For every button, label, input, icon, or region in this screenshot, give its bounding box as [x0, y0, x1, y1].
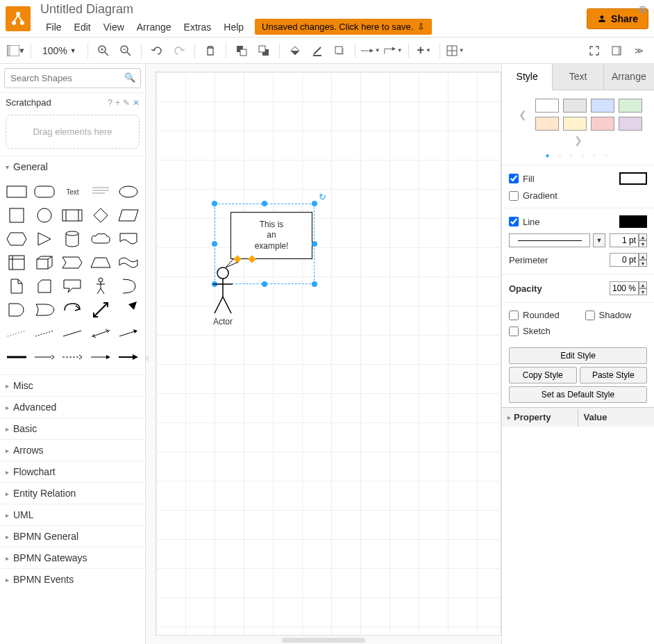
- shape-step[interactable]: [60, 252, 85, 273]
- line-width-down[interactable]: ▼: [639, 240, 647, 247]
- tab-text[interactable]: Text: [552, 64, 603, 90]
- fullscreen-button[interactable]: [585, 41, 604, 60]
- resize-handle-w[interactable]: [212, 241, 217, 247]
- shape-ellipse[interactable]: [116, 181, 141, 202]
- category-arrows[interactable]: Arrows: [0, 439, 145, 461]
- redo-button[interactable]: [169, 41, 189, 60]
- category-basic[interactable]: Basic: [0, 418, 145, 439]
- category-general[interactable]: General: [0, 156, 145, 177]
- swatch-7[interactable]: [591, 117, 614, 131]
- to-back-button[interactable]: [254, 41, 274, 60]
- shape-arrow-thick[interactable]: [116, 299, 141, 320]
- swatch-5[interactable]: [535, 117, 559, 131]
- resize-handle-s[interactable]: [262, 281, 267, 287]
- menu-help[interactable]: Help: [218, 19, 249, 35]
- line-style-dropdown[interactable]: [509, 233, 590, 247]
- resize-handle-e[interactable]: [312, 241, 317, 247]
- collapse-button[interactable]: ≫: [629, 41, 648, 60]
- view-mode-button[interactable]: ▾: [6, 41, 25, 60]
- default-style-button[interactable]: Set as Default Style: [509, 386, 647, 403]
- shape-cube[interactable]: [32, 252, 57, 273]
- shape-rounded-rect[interactable]: [32, 181, 57, 202]
- fill-checkbox[interactable]: [509, 174, 519, 183]
- category-advanced[interactable]: Advanced: [0, 396, 145, 418]
- shape-connector-bi[interactable]: [88, 323, 113, 344]
- shape-triangle[interactable]: [32, 229, 57, 249]
- zoom-out-button[interactable]: [116, 41, 135, 60]
- swatch-3[interactable]: [591, 99, 614, 113]
- canvas-actor-shape[interactable]: [210, 259, 238, 319]
- shape-trapezoid[interactable]: [88, 252, 113, 273]
- zoom-dropdown[interactable]: 100%▼: [37, 42, 82, 59]
- shape-or[interactable]: [32, 299, 57, 320]
- shape-line-dotted[interactable]: [32, 323, 57, 344]
- category-misc[interactable]: Misc: [0, 374, 145, 396]
- splitter-handle[interactable]: ⦀: [146, 354, 149, 363]
- resize-handle-n[interactable]: [262, 201, 267, 206]
- table-button[interactable]: ▼: [446, 41, 465, 60]
- save-notice[interactable]: Unsaved changes. Click here to save. ⇩: [255, 19, 432, 35]
- shape-process[interactable]: [60, 205, 85, 226]
- shape-actor[interactable]: [88, 276, 113, 297]
- perimeter-input[interactable]: [610, 253, 639, 267]
- fill-color-picker[interactable]: [619, 172, 647, 185]
- resize-handle-nw[interactable]: [212, 201, 217, 206]
- shape-data-store[interactable]: [60, 299, 85, 320]
- scratchpad-edit-icon[interactable]: ✎: [123, 98, 130, 108]
- shape-cylinder[interactable]: [60, 229, 85, 249]
- app-logo[interactable]: [6, 6, 31, 31]
- shape-curve[interactable]: [116, 276, 141, 297]
- shape-link-thick[interactable]: [4, 347, 29, 368]
- palette-next-icon[interactable]: ❯: [570, 135, 587, 146]
- canvas[interactable]: This is an example! ↻: [156, 72, 501, 636]
- search-icon[interactable]: 🔍: [124, 72, 135, 83]
- resize-handle-ne[interactable]: [312, 201, 317, 206]
- resize-handle-se[interactable]: [312, 281, 317, 287]
- shape-cloud[interactable]: [88, 229, 113, 249]
- menu-arrange[interactable]: Arrange: [131, 19, 177, 35]
- menu-view[interactable]: View: [98, 19, 130, 35]
- line-checkbox[interactable]: [509, 217, 519, 226]
- shape-circle[interactable]: [32, 205, 57, 226]
- shape-line-dashed[interactable]: [4, 323, 29, 344]
- tab-style[interactable]: Style: [502, 64, 552, 90]
- format-panel-button[interactable]: [607, 41, 626, 60]
- scratchpad-close-icon[interactable]: ✕: [133, 98, 140, 108]
- shape-link-arrow-bold[interactable]: [116, 347, 141, 368]
- insert-button[interactable]: +▼: [414, 41, 434, 60]
- shape-textbox[interactable]: [88, 181, 113, 202]
- paste-style-button[interactable]: Paste Style: [580, 367, 648, 383]
- shape-bidirectional-arrow[interactable]: [88, 299, 113, 320]
- opacity-input[interactable]: [610, 281, 639, 295]
- rotate-handle[interactable]: ↻: [319, 192, 327, 200]
- tab-arrange[interactable]: Arrange: [603, 64, 654, 90]
- to-front-button[interactable]: [232, 41, 251, 60]
- shape-link-arrow-solid[interactable]: [88, 347, 113, 368]
- shape-rect[interactable]: [4, 181, 29, 202]
- opacity-down[interactable]: ▼: [639, 288, 647, 295]
- search-input[interactable]: [4, 68, 141, 88]
- swatch-2[interactable]: [563, 99, 587, 113]
- edit-style-button[interactable]: Edit Style: [509, 347, 647, 364]
- shape-diamond[interactable]: [88, 205, 113, 226]
- scratchpad-help-icon[interactable]: ?: [108, 98, 112, 108]
- canvas-scrollbar[interactable]: [282, 638, 365, 643]
- category-bpmn-events[interactable]: BPMN Events: [0, 568, 145, 590]
- shape-connector-arrow[interactable]: [116, 323, 141, 344]
- connection-button[interactable]: ▼: [361, 41, 380, 60]
- shadow-checkbox[interactable]: [585, 311, 595, 320]
- shape-link-arrow-dashed[interactable]: [60, 347, 85, 368]
- shape-tape[interactable]: [116, 252, 141, 273]
- undo-button[interactable]: [147, 41, 167, 60]
- shape-text[interactable]: Text: [60, 181, 85, 202]
- shape-callout[interactable]: [60, 276, 85, 297]
- shape-square[interactable]: [4, 205, 29, 226]
- copy-style-button[interactable]: Copy Style: [509, 367, 577, 383]
- rounded-checkbox[interactable]: [509, 311, 519, 320]
- gradient-checkbox[interactable]: [509, 191, 519, 201]
- zoom-in-button[interactable]: [94, 41, 113, 60]
- line-style-chevron[interactable]: ▼: [593, 233, 605, 247]
- category-bpmn-gateways[interactable]: BPMN Gateways: [0, 547, 145, 568]
- palette-prev-icon[interactable]: ❮: [514, 109, 531, 120]
- swatch-4[interactable]: [619, 99, 642, 113]
